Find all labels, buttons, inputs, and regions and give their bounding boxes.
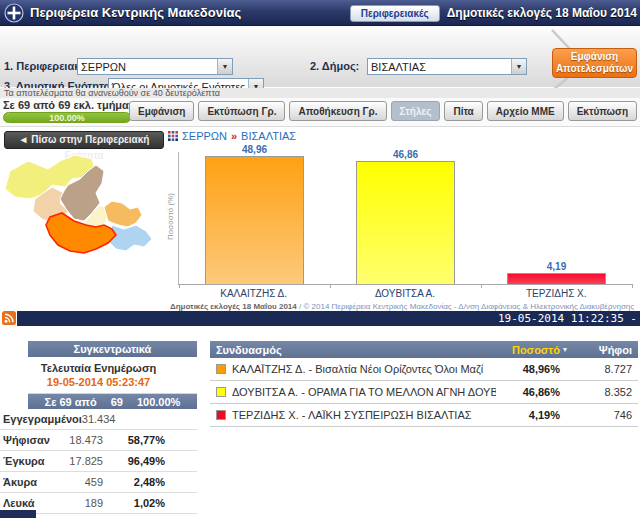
map-region-6[interactable] [108,225,152,251]
election-title: Δημοτικές εκλογές 18 Μαΐου 2014 [447,6,637,20]
summary-panel: Συγκεντρωτικά Τελευταία Ενημέρωση 19-05-… [0,341,197,518]
rss-icon[interactable] [2,311,16,325]
regional-unit-select[interactable]: ΣΕΡΡΩΝ ▼ [77,58,233,75]
toolbar-button[interactable]: Αποθήκευση Γρ. [289,101,386,121]
regional-unit-map [0,148,170,310]
column-votes[interactable]: Ψήφοι [570,344,632,356]
chart-breadcrumb: ΣΕΡΡΩΝ » ΒΙΣΑΛΤΙΑΣ [168,130,296,142]
chevron-down-icon: ▼ [217,59,232,74]
summary-row-percent: 2,48% [103,476,165,488]
chart-bar[interactable] [507,273,606,284]
summary-row-percent: 1,02% [103,497,165,509]
chart-footer-bold: Δημοτικές εκλογές 18 Μαΐου 2014 [170,302,299,311]
sections-percent: 100.00% [137,394,180,409]
summary-row-percent: 58,77% [103,434,165,446]
party-votes: 746 [560,409,632,421]
show-results-line2: Αποτελεσμάτων [556,63,633,74]
summary-row-label: Έγκυρα [3,455,61,467]
column-percent-sort[interactable]: Ποσοστό [490,344,560,356]
chart-bars: 48,96 46,86 4,19 [179,152,632,284]
summary-row-percent: 96,49% [103,455,165,467]
app-header: Περιφέρεια Κεντρικής Μακεδονίας Περιφερε… [0,0,640,26]
chart-footer: Δημοτικές εκλογές 18 Μαΐου 2014 / © 2014… [166,302,638,311]
page-title: Περιφέρεια Κεντρικής Μακεδονίας [30,5,241,20]
breadcrumb-current-link[interactable]: ΒΙΣΑΛΤΙΑΣ [241,130,296,142]
chart-bar-column: 4,19 [481,261,632,284]
party-color-swatch [216,410,226,420]
results-row: ΤΕΡΖΙΔΗΣ Χ. - ΛΑΪΚΗ ΣΥΣΠΕΙΡΩΣΗ ΒΙΣΑΛΤΙΑΣ… [210,404,638,427]
chart-bar[interactable] [356,161,455,284]
ticker-timestamp: 19-05-2014 11:22:35 - [498,312,637,325]
last-update-value: 19-05-2014 05:23:47 [0,376,197,388]
toolbar: Εμφάνιση Εκτύπωση Γρ. Αποθήκευση Γρ. Στή… [129,101,637,121]
results-row: ΚΑΛΑΪΤΖΗΣ Δ. - Βισαλτία Νέοι Ορίζοντες Ό… [210,358,638,381]
toolbar-button[interactable]: Στήλες [391,101,441,121]
sections-value: 69 [111,394,123,409]
x-axis-category-label: ΤΕΡΖΙΔΗΣ Χ. [481,288,632,299]
summary-row-label: Εγγεγραμμένοι [3,413,82,425]
column-party: Συνδυασμός [216,344,490,356]
regional-elections-button[interactable]: Περιφερειακές [350,5,440,22]
summary-row-value: 18.473 [61,434,103,446]
x-axis-labels: ΚΑΛΑΙΤΖΗΣ Δ. ΔΟΥΒΙΤΣΑ Α. ΤΕΡΖΙΔΗΣ Χ. [178,288,632,299]
party-name: ΤΕΡΖΙΔΗΣ Χ. - ΛΑΪΚΗ ΣΥΣΠΕΙΡΩΣΗ ΒΙΣΑΛΤΙΑΣ [232,409,496,421]
party-votes: 8.727 [560,363,632,375]
party-percent: 4,19% [496,409,560,421]
chart-footer-copyright: / © 2014 Περιφέρεια Κεντρικής Μακεδονίας… [299,302,634,311]
show-results-button[interactable]: Εμφάνιση Αποτελεσμάτων [552,48,637,78]
summary-row-value: 459 [61,476,103,488]
filter-bar: 1. Περιφερειακή Ενότ.: ΣΕΡΡΩΝ ▼ 2. Δήμος… [0,26,640,88]
party-votes: 8.352 [560,386,632,398]
breadcrumb-separator: » [231,130,237,142]
summary-row-value: 17.825 [61,455,103,467]
x-axis-category-label: ΚΑΛΑΙΤΖΗΣ Δ. [178,288,329,299]
summary-row: Άκυρα 459 2,48% [0,472,197,493]
map-region-5[interactable] [104,201,142,227]
party-name: ΔΟΥΒΙΤΣΑ Α. - ΟΡΑΜΑ ΓΙΑ ΤΟ ΜΕΛΛΟΝ ΑΓΝΗ Δ… [232,386,496,398]
summary-row-label: Ψήφισαν [3,434,61,446]
party-color-swatch [216,364,226,374]
summary-row-label: Άκυρα [3,476,61,488]
results-table-header: Συνδυασμός Ποσοστό ▼ Ψήφοι [210,341,638,358]
party-percent: 48,96% [496,363,560,375]
chevron-down-icon: ▼ [511,59,526,74]
chart-plot-area: 48,96 46,86 4,19 [178,152,632,285]
municipality-value: ΒΙΣΑΛΤΙΑΣ [368,61,511,73]
results-row: ΔΟΥΒΙΤΣΑ Α. - ΟΡΑΜΑ ΓΙΑ ΤΟ ΜΕΛΛΟΝ ΑΓΝΗ Δ… [210,381,638,404]
show-results-line1: Εμφάνιση [571,51,618,62]
chart-grid-icon [168,131,178,141]
ticker-bar: 19-05-2014 11:22:35 - [17,311,640,326]
party-percent: 46,86% [496,386,560,398]
sections-label: Σε 69 από [45,394,97,409]
reporting-stations-label: Σε 69 από 69 εκλ. τμήματα [3,99,140,111]
summary-title: Συγκεντρωτικά [28,341,197,357]
regional-unit-value: ΣΕΡΡΩΝ [78,61,217,73]
toolbar-button[interactable]: Εκτύπωση [568,101,637,121]
summary-row-label: Λευκά [3,497,61,509]
bar-value-label: 48,96 [242,144,267,155]
x-axis-category-label: ΔΟΥΒΙΤΣΑ Α. [329,288,480,299]
summary-row: Ψήφισαν 18.473 58,77% [0,430,197,451]
party-color-swatch [216,387,226,397]
bar-value-label: 4,19 [547,261,566,272]
toolbar-button[interactable]: Αρχείο ΜΜΕ [487,101,564,121]
toolbar-button[interactable]: Εμφάνιση [129,101,194,121]
summary-row-value: 189 [61,497,103,509]
toolbar-button[interactable]: Εκτύπωση Γρ. [198,101,285,121]
sections-progress-bar: Σε 69 από 69 100.00% [28,393,197,409]
last-update-label: Τελευταία Ενημέρωση [0,362,197,374]
toolbar-button[interactable]: Πίτα [444,101,482,121]
greek-region-emblem-icon [4,3,24,23]
summary-row: Έγκυρα 17.825 96,49% [0,451,197,472]
municipality-label: 2. Δήμος: [310,60,359,72]
y-axis-label: Ποσοστό (%) [166,167,175,267]
results-bar-chart: ΣΕΡΡΩΝ » ΒΙΣΑΛΤΙΑΣ Ποσοστό (%) 48,96 46,… [166,130,638,312]
chart-bar[interactable] [205,156,304,284]
progress-toolbar-row: Σε 69 από 69 εκλ. τμήματα 100.00% Εμφάνι… [0,98,640,127]
bar-value-label: 46,86 [393,149,418,160]
breadcrumb-parent-link[interactable]: ΣΕΡΡΩΝ [182,130,227,142]
municipality-select[interactable]: ΒΙΣΑΛΤΙΑΣ ▼ [367,58,527,75]
header-right: Περιφερειακές Δημοτικές εκλογές 18 Μαΐου… [350,0,637,26]
back-to-regional-unit-button[interactable]: ◄ Πίσω στην Περιφερειακή Ενότητα [4,131,164,149]
election-results-page: Περιφέρεια Κεντρικής Μακεδονίας Περιφερε… [0,0,640,518]
